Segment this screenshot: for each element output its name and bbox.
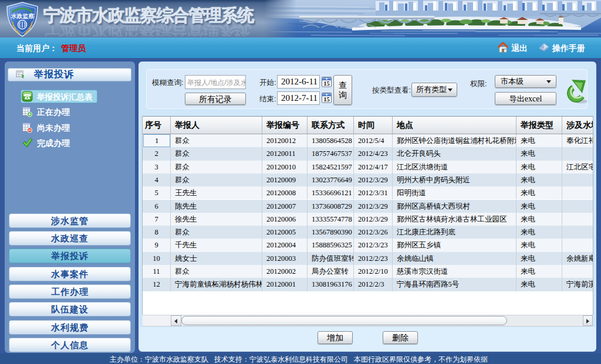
svg-text:15: 15	[323, 96, 330, 103]
svg-text:水政监察: 水政监察	[11, 13, 35, 19]
svg-text:15: 15	[323, 80, 330, 87]
